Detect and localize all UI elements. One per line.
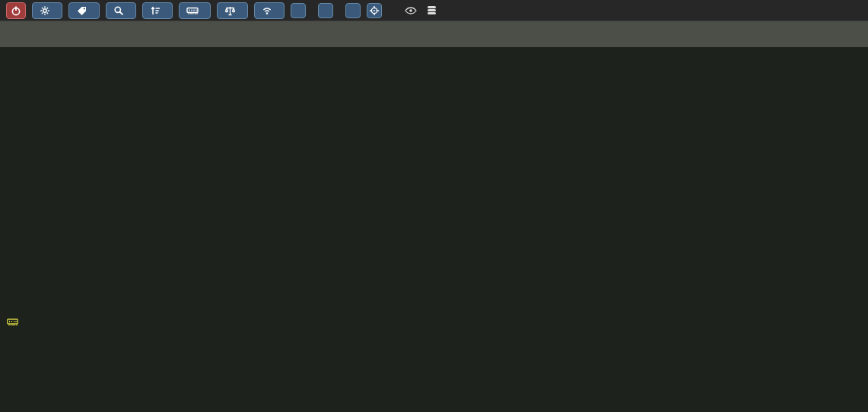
ram-icon: [7, 319, 18, 327]
section-header-memory[interactable]: [3, 319, 26, 327]
tracy-profiler-window: [0, 0, 868, 412]
timeline-area[interactable]: [0, 0, 868, 412]
